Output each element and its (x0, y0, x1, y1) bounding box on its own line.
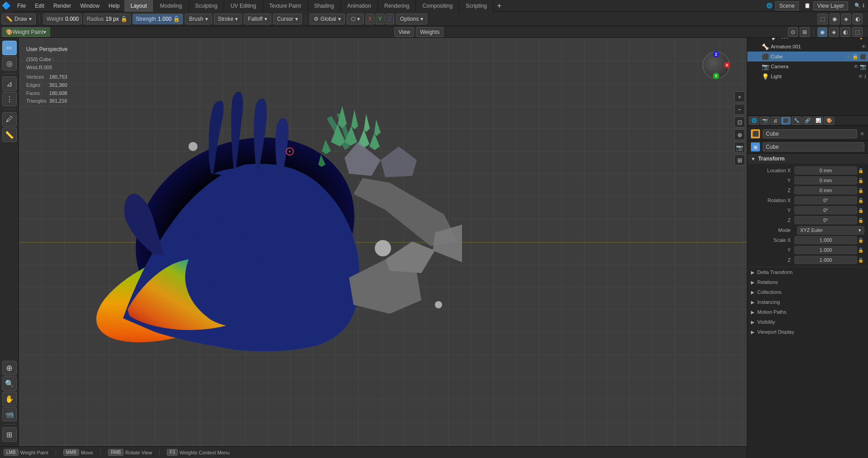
weight-paint-mode-btn[interactable]: 🎨 Weight Paint ▾ (2, 27, 50, 37)
data-name-field[interactable]: Cube (763, 142, 864, 151)
y-constraint-btn[interactable]: Y (376, 14, 385, 24)
cursor-btn[interactable]: Cursor ▾ (273, 14, 302, 24)
material-preview-btn[interactable]: ◈ (841, 14, 851, 24)
props-scene-btn[interactable]: 🌐 (749, 117, 759, 125)
falloff-btn[interactable]: Falloff ▾ (244, 14, 271, 24)
zoom-in-btn[interactable]: + (734, 91, 745, 102)
collections-row[interactable]: ▶ Collections (747, 287, 868, 297)
zoom-fit-btn[interactable]: ⊡ (734, 117, 745, 127)
view-layer-field[interactable]: View Layer (813, 1, 848, 10)
tab-compositing[interactable]: Compositing (416, 0, 459, 12)
tab-modeling[interactable]: Modeling (154, 0, 189, 12)
loc-x-lock[interactable]: 🔓 (857, 168, 864, 173)
relations-row[interactable]: ▶ Relations (747, 277, 868, 287)
measure-tool[interactable]: 📏 (2, 127, 17, 142)
menu-render[interactable]: Render (49, 0, 75, 12)
rendered-btn[interactable]: ◐ (853, 14, 863, 24)
object-properties-icon[interactable]: ✕ (860, 131, 864, 137)
menu-edit[interactable]: Edit (30, 0, 49, 12)
props-modifier-btn[interactable]: 🔧 (792, 117, 802, 125)
motion-paths-row[interactable]: ▶ Motion Paths (747, 307, 868, 317)
z-constraint-btn[interactable]: Z (386, 14, 394, 24)
rotation-mode-selector[interactable]: XYZ Euler ▾ (797, 226, 864, 235)
viewport-display-row[interactable]: ▶ Viewport Display (747, 327, 868, 337)
tab-shading[interactable]: Shading (308, 0, 341, 12)
armature-001-row[interactable]: 🦴 Armature.001 👁 (747, 42, 868, 52)
instancing-row[interactable]: ▶ Instancing (747, 297, 868, 307)
x-constraint-btn[interactable]: X (366, 14, 375, 24)
weights-menu-btn[interactable]: Weights (416, 27, 443, 37)
light-row[interactable]: 💡 Light 👁 ℹ (747, 71, 868, 81)
loc-z-lock[interactable]: 🔓 (857, 188, 864, 193)
radius-field[interactable]: Radius 19 px 🔓 (84, 14, 131, 24)
grid-btn[interactable]: ⊞ (734, 155, 745, 165)
transform-global-btn[interactable]: ⚙ Global ▾ (310, 14, 345, 24)
brush-btn[interactable]: Brush ▾ (185, 14, 212, 24)
zoom-tool[interactable]: 🔍 (2, 376, 17, 391)
stroke-btn[interactable]: Stroke ▾ (214, 14, 242, 24)
scale-x-lock[interactable]: 🔓 (857, 238, 864, 243)
tab-sculpting[interactable]: Sculpting (189, 0, 224, 12)
brush-mode-selector[interactable]: ✏️ Draw ▾ (2, 14, 36, 24)
gizmo-widget[interactable]: X Y Z (703, 52, 730, 79)
props-material-btn[interactable]: 🎨 (824, 117, 834, 125)
delta-transform-row[interactable]: ▶ Delta Transform (747, 267, 868, 277)
cube-row[interactable]: ⬛ Cube 👁 🔒 ⬛ (747, 52, 868, 61)
props-render-btn[interactable]: 📷 (760, 117, 770, 125)
tab-uv-editing[interactable]: UV Editing (224, 0, 263, 12)
rot-y-lock[interactable]: 🔓 (857, 208, 864, 213)
rot-z-lock[interactable]: 🔓 (857, 218, 864, 223)
gizmo-x[interactable]: X (724, 62, 730, 68)
blur-tool[interactable]: ◎ (2, 56, 17, 71)
tab-scripting[interactable]: Scripting (459, 0, 494, 12)
menu-file[interactable]: File (13, 0, 30, 12)
scale-z-lock[interactable]: 🔓 (857, 258, 864, 263)
camera-btn[interactable]: 📷 (734, 142, 745, 153)
scene-name-field[interactable]: Scene (775, 1, 799, 10)
tab-texture-paint[interactable]: Texture Paint (263, 0, 308, 12)
grid-tool[interactable]: ⊞ (2, 427, 17, 442)
nav-btn[interactable]: ⊕ (734, 129, 745, 140)
shading-material-btn[interactable]: ◈ (829, 27, 839, 37)
rot-x-lock[interactable]: 🔓 (857, 198, 864, 203)
object-name-input[interactable] (763, 129, 857, 138)
sample-tool[interactable]: ⋮ (2, 92, 17, 106)
gradient-tool[interactable]: ⊿ (2, 76, 17, 91)
props-output-btn[interactable]: 🖨 (771, 117, 780, 125)
scene-gizmo-mini[interactable]: ⊕ (2, 361, 17, 375)
tab-rendering[interactable]: Rendering (378, 0, 416, 12)
visibility-row[interactable]: ▶ Visibility (747, 317, 868, 327)
options-btn[interactable]: Options ▾ (396, 14, 427, 24)
props-object-btn[interactable]: ⬛ (781, 117, 791, 125)
search-icon[interactable]: 🔍 (854, 3, 861, 9)
loc-y-lock[interactable]: 🔓 (857, 178, 864, 183)
hand-tool[interactable]: ✋ (2, 392, 17, 406)
tab-layout[interactable]: Layout (124, 0, 154, 12)
annotate-tool[interactable]: 🖊 (2, 112, 17, 127)
camera-nav-tool[interactable]: 📹 (2, 407, 17, 421)
overlay-toggle[interactable]: ⊙ (788, 27, 798, 37)
view-menu-btn[interactable]: View (394, 27, 414, 37)
add-workspace-btn[interactable]: + (494, 0, 505, 12)
zoom-out-btn[interactable]: − (734, 104, 745, 115)
tab-animation[interactable]: Animation (341, 0, 378, 12)
camera-row[interactable]: 📷 Camera 👁 📷 (747, 61, 868, 71)
viewport[interactable]: User Perspective (150) Cube : Wrist.R.00… (19, 38, 747, 446)
gizmo-y[interactable]: Y (713, 73, 719, 79)
weight-field[interactable]: Weight 0.000 (43, 14, 82, 24)
props-data-btn[interactable]: 📊 (813, 117, 823, 125)
draw-tool[interactable]: ✏ (2, 41, 17, 55)
solid-btn[interactable]: ◉ (830, 14, 840, 24)
gizmo-z[interactable]: Z (713, 51, 719, 57)
shading-solid-btn[interactable]: ◉ (817, 27, 827, 37)
scale-y-lock[interactable]: 🔓 (857, 248, 864, 253)
shading-wireframe-btn[interactable]: ⬚ (852, 27, 863, 37)
shading-rendered-btn[interactable]: ◐ (840, 27, 850, 37)
menu-window[interactable]: Window (75, 0, 104, 12)
wireframe-btn[interactable]: ⬚ (817, 14, 828, 24)
props-constraint-btn[interactable]: 🔗 (802, 117, 812, 125)
menu-help[interactable]: Help (104, 0, 124, 12)
xray-toggle[interactable]: ⊞ (800, 27, 810, 37)
transform-header[interactable]: ▼ Transform (747, 154, 868, 164)
display-mode-btn[interactable]: ⬡ ▾ (347, 14, 364, 24)
